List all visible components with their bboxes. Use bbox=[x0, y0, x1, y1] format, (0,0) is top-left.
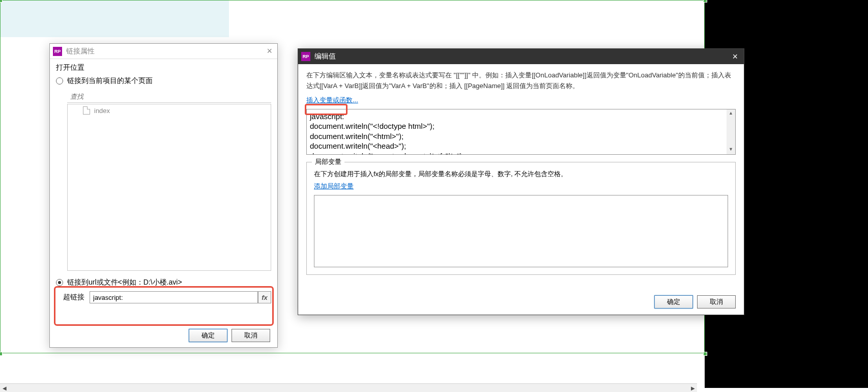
dialog-titlebar[interactable]: RP 编辑值 × bbox=[298, 49, 744, 64]
search-input[interactable] bbox=[67, 91, 271, 103]
radio-unchecked-icon[interactable] bbox=[56, 77, 63, 85]
radio-link-url-label: 链接到url或文件<例如：D:\小楼.avi> bbox=[67, 278, 182, 287]
cancel-button[interactable]: 取消 bbox=[697, 295, 736, 309]
hyperlink-row: 超链接 fx bbox=[56, 291, 271, 303]
scroll-up-icon[interactable]: ▲ bbox=[727, 109, 735, 118]
local-description: 在下方创建用于插入fx的局部变量，局部变量名称必须是字母、数字, 不允许包含空格… bbox=[314, 170, 728, 179]
local-variables-list[interactable] bbox=[314, 195, 728, 267]
fieldset-legend: 局部变量 bbox=[312, 157, 344, 166]
code-textarea[interactable]: javascript: document.writeln("<!doctype … bbox=[306, 109, 736, 155]
radio-checked-icon[interactable] bbox=[56, 279, 63, 286]
horizontal-scrollbar[interactable]: ◀ ▶ bbox=[0, 383, 697, 392]
dialog-footer: 确定 取消 bbox=[189, 329, 270, 342]
radio-link-page-row[interactable]: 链接到当前项目的某个页面 bbox=[56, 76, 271, 86]
page-list-item[interactable]: index bbox=[68, 104, 271, 117]
radio-link-url-row[interactable]: 链接到url或文件<例如：D:\小楼.avi> bbox=[56, 278, 271, 287]
file-icon bbox=[83, 106, 90, 115]
hyperlink-label: 超链接 bbox=[56, 293, 84, 302]
dialog-footer: 确定 取消 bbox=[654, 295, 736, 309]
hyperlink-input[interactable] bbox=[90, 291, 258, 303]
page-item-label: index bbox=[94, 107, 110, 115]
ok-button[interactable]: 确定 bbox=[654, 295, 693, 309]
page-list[interactable]: index bbox=[67, 104, 271, 271]
scroll-left-icon[interactable]: ◀ bbox=[0, 384, 9, 392]
edit-value-dialog: RP 编辑值 × 在下方编辑区输入文本，变量名称或表达式要写在 "[[""]]"… bbox=[298, 48, 744, 315]
fx-button[interactable]: fx bbox=[258, 291, 271, 303]
cancel-button[interactable]: 取消 bbox=[232, 329, 270, 342]
top-blue-area bbox=[0, 0, 229, 37]
local-variables-fieldset: 局部变量 在下方创建用于插入fx的局部变量，局部变量名称必须是字母、数字, 不允… bbox=[306, 162, 736, 275]
ok-button[interactable]: 确定 bbox=[189, 329, 227, 342]
close-icon[interactable]: × bbox=[732, 51, 738, 62]
code-content: javascript: document.writeln("<!doctype … bbox=[310, 112, 465, 155]
link-properties-dialog: RP 链接属性 × 打开位置 链接到当前项目的某个页面 index 链接到url… bbox=[49, 43, 278, 348]
dialog-body: 打开位置 链接到当前项目的某个页面 index 链接到url或文件<例如：D:\… bbox=[50, 59, 277, 307]
open-location-label: 打开位置 bbox=[56, 63, 271, 72]
code-scrollbar[interactable]: ▲▼ bbox=[727, 109, 735, 154]
add-local-variable-link[interactable]: 添加局部变量 bbox=[314, 182, 354, 191]
scroll-track[interactable] bbox=[9, 384, 688, 392]
link-url-section: 链接到url或文件<例如：D:\小楼.avi> 超链接 fx bbox=[56, 278, 271, 303]
insert-variable-link[interactable]: 插入变量或函数... bbox=[306, 96, 358, 105]
dialog-titlebar[interactable]: RP 链接属性 × bbox=[50, 44, 277, 59]
dialog-body: 在下方编辑区输入文本，变量名称或表达式要写在 "[[""]]" 中。例如：插入变… bbox=[298, 64, 744, 281]
close-icon[interactable]: × bbox=[267, 46, 272, 57]
dialog-title: 链接属性 bbox=[66, 47, 95, 56]
scroll-down-icon[interactable]: ▼ bbox=[727, 146, 735, 154]
scroll-right-icon[interactable]: ▶ bbox=[688, 384, 697, 392]
dialog-title: 编辑值 bbox=[314, 52, 336, 61]
rp-icon: RP bbox=[301, 52, 310, 61]
description-text: 在下方编辑区输入文本，变量名称或表达式要写在 "[[""]]" 中。例如：插入变… bbox=[306, 70, 736, 92]
radio-link-page-label: 链接到当前项目的某个页面 bbox=[67, 76, 153, 86]
rp-icon: RP bbox=[53, 47, 62, 56]
scroll-track[interactable] bbox=[727, 118, 735, 146]
